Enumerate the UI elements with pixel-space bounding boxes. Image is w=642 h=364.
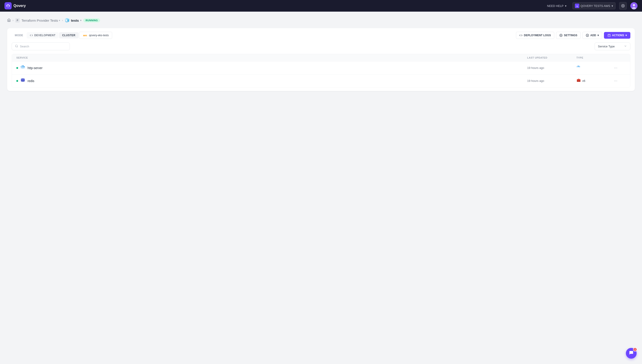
svg-rect-26 (577, 66, 578, 67)
header-service: SERVICE (16, 56, 527, 59)
project-link[interactable]: Terraform Provider Tests ▾ (22, 18, 60, 22)
breadcrumb-sep-1: › (13, 19, 14, 22)
service-cell: redis (16, 78, 527, 84)
toolbar-tabs: MODE DEVELOPMENT CLUSTER aws qover (12, 32, 112, 39)
status-badge: RUNNING (83, 18, 100, 22)
header-type: TYPE (576, 56, 612, 59)
deployment-logs-button[interactable]: DEPLOYMENT LOGS (516, 32, 554, 39)
logo[interactable]: Qovery (5, 2, 26, 10)
search-icon (15, 44, 18, 48)
add-label: ADD (590, 34, 596, 37)
env-link[interactable]: 🧊 tests ▾ (65, 18, 82, 23)
header-last-updated: LAST UPDATED (527, 56, 576, 59)
redis-service-icon (20, 78, 25, 84)
chat-icon (629, 350, 634, 356)
svg-rect-29 (578, 66, 579, 66)
cluster-name: qovery-eks-tests (89, 34, 109, 37)
env-icon: 🧊 (65, 18, 70, 23)
tab-development[interactable]: DEVELOPMENT (27, 32, 59, 38)
more-options-button[interactable]: ··· (612, 64, 619, 71)
svg-rect-21 (22, 65, 23, 66)
project-name: Terraform Provider Tests (22, 18, 58, 22)
main-content: › P Terraform Provider Tests ▾ › 🧊 tests… (0, 12, 642, 97)
table-header: SERVICE LAST UPDATED TYPE (12, 54, 630, 62)
svg-point-16 (16, 45, 18, 47)
cluster-name-tag[interactable]: aws qovery-eks-tests (79, 32, 112, 39)
navbar-left: Qovery (5, 2, 26, 10)
service-type-select[interactable]: Service Type (594, 42, 630, 50)
last-updated: 19 hours ago (527, 79, 576, 82)
table-row[interactable]: http-server 19 hours ago (12, 62, 630, 74)
development-label: DEVELOPMENT (34, 34, 56, 37)
toolbar: MODE DEVELOPMENT CLUSTER aws qover (7, 28, 635, 91)
actions-label: ACTIONS (612, 34, 624, 37)
svg-rect-20 (23, 66, 24, 67)
deployment-logs-label: DEPLOYMENT LOGS (524, 34, 551, 37)
docker-icon (20, 65, 25, 70)
table-row[interactable]: redis 19 hours ago (12, 74, 630, 87)
org-icon: Q (575, 4, 579, 8)
user-avatar[interactable] (630, 2, 637, 10)
more-options-button[interactable]: ··· (612, 78, 619, 84)
cluster-label: CLUSTER (62, 34, 75, 37)
svg-point-6 (633, 4, 635, 6)
chat-button[interactable]: 2 (626, 348, 637, 359)
breadcrumb-sep-2: › (62, 19, 63, 22)
org-selector[interactable]: Q QOVERY TESTS AWS ▾ (572, 2, 615, 10)
breadcrumb: › P Terraform Provider Tests ▾ › 🧊 tests… (7, 18, 635, 23)
svg-line-17 (17, 47, 18, 48)
svg-rect-30 (579, 66, 580, 67)
svg-point-35 (21, 80, 25, 82)
search-box[interactable] (12, 42, 70, 50)
svg-rect-27 (578, 66, 579, 67)
settings-button[interactable] (619, 2, 627, 10)
search-input[interactable] (20, 45, 67, 48)
logo-icon (5, 2, 12, 10)
aws-icon: aws (82, 34, 88, 37)
status-dot (16, 80, 18, 82)
chevron-down-icon: ▾ (565, 4, 567, 8)
type-redis-icon (576, 78, 581, 84)
svg-rect-38 (577, 80, 580, 80)
toolbar-top: MODE DEVELOPMENT CLUSTER aws qover (12, 32, 630, 39)
status-dot (16, 67, 18, 69)
services-table: SERVICE LAST UPDATED TYPE (12, 54, 630, 88)
chevron-down-icon: ▾ (80, 19, 82, 22)
svg-rect-18 (21, 66, 22, 67)
search-filter-row: Service Type (12, 42, 630, 50)
row-actions: ··· (612, 64, 626, 71)
header-actions (612, 56, 626, 59)
svg-rect-19 (22, 66, 23, 67)
logo-text: Qovery (14, 4, 26, 8)
help-label: NEED HELP (547, 4, 564, 8)
svg-rect-22 (23, 65, 24, 66)
help-button[interactable]: NEED HELP ▾ (545, 3, 569, 9)
settings-button[interactable]: SETTINGS (556, 32, 581, 39)
svg-rect-23 (24, 66, 25, 67)
toolbar-actions: DEPLOYMENT LOGS SETTINGS ADD (516, 32, 630, 39)
chevron-down-icon: ▾ (625, 34, 627, 37)
add-button[interactable]: ADD ▾ (582, 32, 602, 39)
org-name: QOVERY TESTS AWS (581, 4, 610, 8)
type-cell: v6 (576, 78, 612, 84)
svg-point-4 (622, 5, 623, 6)
settings-label: SETTINGS (564, 34, 577, 37)
tab-cluster[interactable]: CLUSTER (59, 32, 79, 38)
row-actions: ··· (612, 78, 626, 84)
svg-rect-12 (608, 34, 610, 37)
type-docker-icon (576, 65, 580, 70)
chevron-down-icon: ▾ (611, 4, 613, 8)
home-link[interactable] (7, 18, 11, 22)
tab-mode[interactable]: MODE (12, 32, 26, 38)
chevron-down-icon (624, 44, 627, 48)
service-name: http-server (28, 66, 43, 70)
navbar: Qovery NEED HELP ▾ Q QOVERY TESTS AWS ▾ (0, 0, 642, 12)
mode-label: MODE (15, 34, 23, 37)
last-updated: 19 hours ago (527, 66, 576, 70)
service-cell: http-server (16, 65, 527, 70)
service-name: redis (28, 79, 34, 83)
service-type-label: Service Type (598, 45, 615, 48)
svg-rect-28 (577, 66, 578, 66)
svg-point-8 (560, 35, 561, 36)
actions-button[interactable]: ACTIONS ▾ (604, 32, 630, 39)
